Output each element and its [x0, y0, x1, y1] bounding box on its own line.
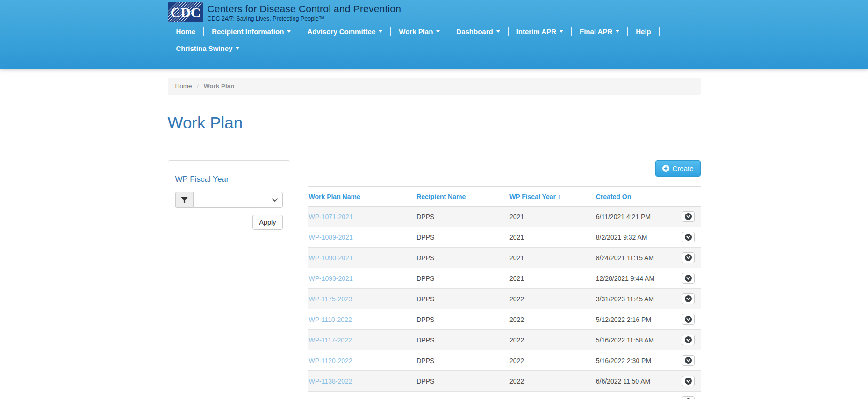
table-row: WP-1071-2021 DPPS 2021 6/11/2021 4:21 PM: [308, 207, 701, 227]
breadcrumb: Home / Work Plan: [168, 78, 701, 95]
workplan-link[interactable]: WP-1120-2022: [309, 357, 352, 364]
workplan-link[interactable]: WP-1089-2021: [309, 234, 353, 241]
caret-down-circle-icon: [685, 295, 692, 302]
column-header-actions: [677, 187, 700, 207]
table-row: WP-1093-2021 DPPS 2021 12/28/2021 9:44 A…: [308, 268, 701, 289]
nav-item-interim-apr[interactable]: Interim APR: [509, 26, 571, 37]
created-on-cell: 6/11/2021 4:21 PM: [595, 207, 677, 227]
recipient-cell: DPPS: [416, 309, 509, 330]
fiscal-year-cell: 2021: [509, 268, 595, 289]
caret-down-circle-icon: [685, 254, 692, 261]
nav-item-dashboard[interactable]: Dashboard: [448, 26, 508, 37]
caret-down-circle-icon: [685, 234, 692, 241]
filter-icon: [181, 197, 188, 204]
fiscal-year-select[interactable]: [193, 192, 283, 208]
created-on-cell: 8/2/2021 9:32 AM: [595, 227, 677, 248]
row-actions-button[interactable]: [682, 314, 695, 325]
title-divider: [168, 143, 701, 143]
row-actions-button[interactable]: [682, 273, 695, 284]
table-row: WP-1117-2022 DPPS 2022 5/16/2022 11:58 A…: [308, 330, 701, 350]
fiscal-year-filter-panel: WP Fiscal Year Apply: [168, 160, 290, 399]
nav-item-final-apr[interactable]: Final APR: [572, 26, 627, 37]
workplan-link[interactable]: WP-1090-2021: [309, 254, 353, 262]
created-on-cell: 6/6/2022 11:50 AM: [595, 371, 677, 392]
caret-down-circle-icon: [685, 378, 692, 385]
user-menu-christina-swiney[interactable]: Christina Swiney: [168, 43, 248, 54]
recipient-cell: DPPS: [416, 371, 509, 392]
plus-circle-icon: [662, 165, 669, 172]
workplan-link[interactable]: WP-1175-2023: [309, 295, 352, 303]
recipient-cell: DPPS: [416, 289, 509, 309]
page-title: Work Plan: [168, 114, 701, 132]
fiscal-year-cell: 2022: [509, 309, 595, 330]
recipient-cell: DPPS: [416, 268, 509, 289]
nav-separator: [659, 27, 660, 36]
workplan-link[interactable]: WP-1071-2021: [309, 213, 353, 221]
recipient-cell: DPPS: [416, 392, 509, 399]
caret-down-circle-icon: [685, 275, 692, 282]
row-actions-button[interactable]: [682, 396, 695, 399]
main-nav: Home Recipient Information Advisory Comm…: [168, 26, 701, 37]
row-actions-button[interactable]: [682, 232, 695, 242]
table-row: WP-1089-2021 DPPS 2021 8/2/2021 9:32 AM: [308, 227, 701, 248]
create-button[interactable]: Create: [655, 160, 700, 177]
workplan-link[interactable]: WP-1138-2022: [309, 378, 352, 385]
table-row: WP-1138-2022 DPPS 2022 6/6/2022 11:50 AM: [308, 371, 701, 392]
nav-item-help[interactable]: Help: [628, 26, 659, 37]
column-header-recipient-name[interactable]: Recipient Name: [416, 187, 509, 207]
sort-ascending-icon: ↑: [558, 193, 561, 200]
breadcrumb-home-link[interactable]: Home: [175, 83, 192, 90]
created-on-cell: 8/24/2021 11:15 AM: [595, 248, 677, 268]
table-row: WP-1120-2022 DPPS 2022 5/16/2022 2:30 PM: [308, 350, 701, 371]
row-actions-button[interactable]: [682, 376, 695, 386]
workplan-link[interactable]: WP-1110-2022: [309, 316, 352, 323]
row-actions-button[interactable]: [682, 355, 695, 366]
chevron-down-icon: [236, 47, 239, 50]
row-actions-button[interactable]: [682, 252, 695, 263]
caret-down-circle-icon: [685, 336, 692, 343]
fiscal-year-cell: 2021: [509, 207, 595, 227]
table-row: WP-1175-2023 DPPS 2022 3/31/2023 11:45 A…: [308, 289, 701, 309]
nav-item-home[interactable]: Home: [168, 26, 204, 37]
column-header-work-plan-name[interactable]: Work Plan Name: [308, 187, 416, 207]
fiscal-year-cell: 2022: [509, 371, 595, 392]
chevron-down-icon: [379, 30, 382, 33]
nav-item-work-plan[interactable]: Work Plan: [391, 26, 448, 37]
fiscal-year-cell: 2021: [509, 227, 595, 248]
row-actions-button[interactable]: [682, 211, 695, 222]
filter-icon-addon[interactable]: [175, 192, 193, 208]
fiscal-year-cell: 2022: [509, 330, 595, 350]
work-plan-table: Work Plan Name Recipient Name WP Fiscal …: [308, 186, 701, 399]
site-title: Centers for Disease Control and Preventi…: [208, 3, 402, 14]
svg-text:CDC: CDC: [170, 5, 201, 20]
created-on-cell: 12/28/2021 9:44 AM: [595, 268, 677, 289]
created-on-cell: 5/16/2022 2:30 PM: [595, 350, 677, 371]
workplan-link[interactable]: WP-1093-2021: [309, 275, 353, 282]
table-row: WP-1110-2022 DPPS 2022 5/12/2022 2:16 PM: [308, 309, 701, 330]
fiscal-year-cell: 2021: [509, 248, 595, 268]
created-on-cell: 3/31/2023 11:45 AM: [595, 289, 677, 309]
nav-item-advisory-committee[interactable]: Advisory Committee: [299, 26, 390, 37]
recipient-cell: DPPS: [416, 350, 509, 371]
table-header-row: Work Plan Name Recipient Name WP Fiscal …: [308, 187, 701, 207]
column-header-wp-fiscal-year[interactable]: WP Fiscal Year↑: [509, 187, 595, 207]
row-actions-button[interactable]: [682, 293, 695, 304]
cdc-logo: CDC: [168, 2, 203, 22]
breadcrumb-current: Work Plan: [204, 83, 235, 90]
table-row: WP-1140-2022 DPPS 2022 6/7/2022 1:50 PM: [308, 392, 701, 399]
breadcrumb-separator: /: [197, 83, 199, 90]
recipient-cell: DPPS: [416, 207, 509, 227]
recipient-cell: DPPS: [416, 330, 509, 350]
cdc-logo-block: CDC Centers for Disease Control and Prev…: [168, 0, 701, 22]
caret-down-circle-icon: [685, 357, 692, 364]
created-on-cell: 5/16/2022 11:58 AM: [595, 330, 677, 350]
apply-button[interactable]: Apply: [252, 215, 282, 230]
row-actions-button[interactable]: [682, 335, 695, 345]
chevron-down-icon: [560, 30, 563, 33]
chevron-down-icon: [287, 30, 291, 33]
nav-item-recipient-information[interactable]: Recipient Information: [204, 26, 299, 37]
user-nav: Christina Swiney: [168, 43, 701, 54]
column-header-created-on[interactable]: Created On: [595, 187, 677, 207]
workplan-link[interactable]: WP-1117-2022: [309, 336, 352, 344]
chevron-down-icon: [436, 30, 440, 33]
